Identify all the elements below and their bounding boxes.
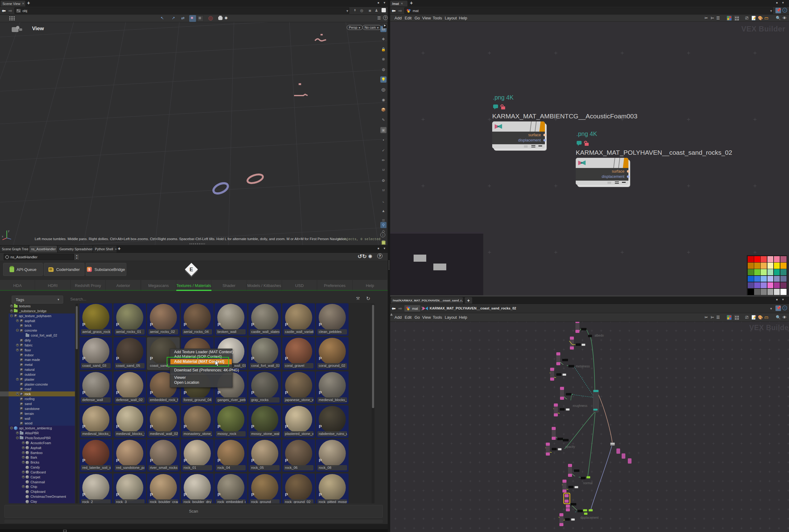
svg-text:metalness: metalness [576,365,590,368]
svg-text:albedo: albedo [595,334,604,337]
svg-text:y: y [8,229,9,232]
svg-text:displacement: displacement [580,516,598,519]
svg-text:x: x [2,235,3,238]
svg-text:normal: normal [583,481,593,485]
svg-text:roughness: roughness [573,404,588,407]
svg-text:opacity: opacity [565,445,575,449]
